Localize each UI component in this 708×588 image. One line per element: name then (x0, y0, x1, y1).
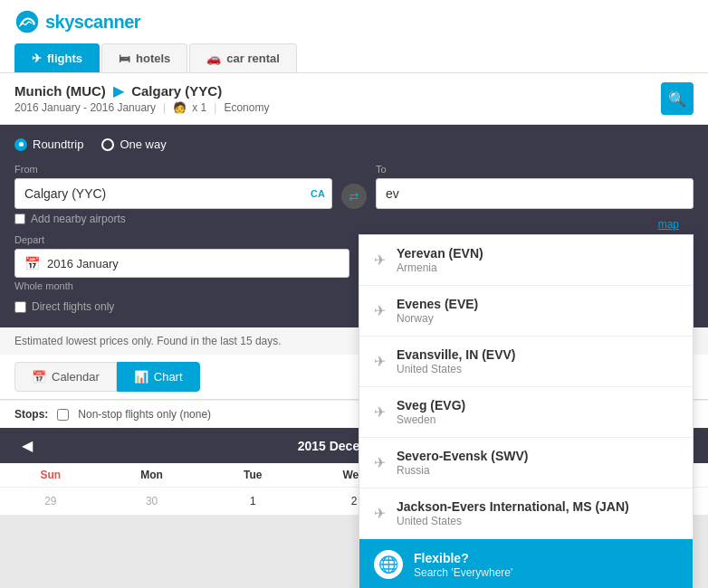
tab-car-rental[interactable]: 🚗 car rental (189, 43, 297, 72)
yerevan-country: Armenia (397, 261, 483, 274)
day-header-mon: Mon (101, 463, 203, 487)
dropdown-item-sveg[interactable]: ✈ Sveg (EVG) Sweden (359, 387, 693, 438)
tab-flights[interactable]: ✈ flights (14, 43, 100, 72)
tab-calendar[interactable]: 📅 Calendar (14, 362, 117, 392)
calendar-icon: 📅 (32, 370, 46, 384)
swap-button[interactable]: ⇄ (341, 184, 367, 209)
dropdown-item-jackson[interactable]: ✈ Jackson-Evers International, MS (JAN) … (359, 488, 693, 539)
svg-point-0 (16, 11, 39, 33)
tab-chart-label: Chart (154, 370, 183, 384)
depart-calendar-icon: 📅 (24, 256, 40, 270)
roundtrip-option[interactable]: Roundtrip (14, 138, 83, 151)
sveg-country: Sweden (397, 413, 465, 426)
direct-flights-checkbox[interactable] (14, 301, 26, 313)
to-input[interactable] (376, 178, 694, 209)
chart-icon: 📊 (134, 370, 148, 384)
cal-cell-30[interactable]: 30 (101, 488, 203, 515)
search-to: Calgary (YYC) (131, 83, 222, 99)
cal-cell-29[interactable]: 29 (0, 488, 101, 515)
header: skyscanner ✈ flights 🛏 hotels 🚗 car rent… (0, 0, 708, 73)
search-button[interactable]: 🔍 (661, 82, 694, 115)
meta-separator: | (163, 101, 166, 114)
depart-label: Depart (14, 234, 349, 245)
flight-icon-evansville: ✈ (374, 353, 386, 370)
tab-calendar-label: Calendar (52, 370, 100, 384)
yerevan-name: Yerevan (EVN) (397, 246, 483, 261)
depart-group: Depart 📅 2016 January Whole month (14, 234, 349, 291)
search-bar: Munich (MUC) ▶ Calgary (YYC) 2016 Januar… (0, 73, 708, 125)
depart-input[interactable]: 📅 2016 January (14, 249, 349, 278)
jackson-country: United States (397, 515, 629, 527)
severo-country: Russia (397, 464, 529, 477)
dropdown-item-evansville[interactable]: ✈ Evansville, IN (EVV) United States (359, 337, 693, 387)
flight-icon-severo: ✈ (374, 454, 386, 471)
oneway-radio[interactable] (101, 138, 114, 151)
route-arrow: ▶ (113, 83, 128, 99)
cal-cell-1[interactable]: 1 (202, 488, 303, 515)
evansville-country: United States (397, 363, 516, 375)
stops-checkbox[interactable] (57, 409, 69, 421)
price-info-text: Estimated lowest prices only. Found in t… (14, 335, 282, 347)
logo: skyscanner (14, 9, 694, 34)
tab-hotels-label: hotels (136, 52, 170, 65)
prev-month-button[interactable]: ◀ (14, 435, 40, 456)
flights-icon: ✈ (32, 52, 42, 65)
tab-car-label: car rental (226, 52, 280, 65)
evenes-name: Evenes (EVE) (397, 297, 478, 311)
dropdown-item-severo[interactable]: ✈ Severo-Evensk (SWV) Russia (359, 438, 693, 488)
origin-dest-row: From CA Add nearby airports ⇄ To map ✈ (14, 164, 694, 225)
person-icon: 🧑 (173, 101, 187, 114)
tab-flights-label: flights (47, 52, 82, 65)
swap-icon: ⇄ (349, 189, 359, 204)
nearby-airports-row: Add nearby airports (14, 213, 332, 225)
sveg-name: Sveg (EVG) (397, 398, 465, 413)
from-suffix: CA (311, 188, 325, 199)
stops-value: Non-stop flights only (none) (78, 408, 211, 421)
search-class: Economy (224, 101, 269, 114)
tab-chart[interactable]: 📊 Chart (117, 362, 200, 392)
globe-icon: 🌐 (374, 550, 403, 579)
car-icon: 🚗 (206, 52, 221, 65)
flight-icon-jackson: ✈ (374, 505, 386, 522)
roundtrip-label: Roundtrip (33, 138, 83, 151)
roundtrip-radio[interactable] (14, 138, 27, 151)
search-route: Munich (MUC) ▶ Calgary (YYC) (14, 83, 269, 100)
meta-separator2: | (214, 101, 216, 114)
search-date-range: 2016 January - 2016 January (14, 101, 156, 114)
flight-icon-sveg: ✈ (374, 403, 386, 421)
flight-icon-yerevan: ✈ (374, 251, 386, 269)
nav-tabs: ✈ flights 🛏 hotels 🚗 car rental (14, 43, 694, 72)
hotels-icon: 🛏 (119, 52, 130, 65)
flexible-title: Flexible? (414, 551, 512, 565)
from-input-wrapper: CA (14, 178, 332, 209)
dropdown-item-flexible[interactable]: 🌐 Flexible? Search 'Everywhere' (359, 539, 693, 588)
from-group: From CA Add nearby airports (14, 164, 332, 225)
dropdown-item-evenes[interactable]: ✈ Evenes (EVE) Norway (359, 286, 693, 337)
tab-hotels[interactable]: 🛏 hotels (101, 43, 187, 72)
nearby-airports-label: Add nearby airports (31, 213, 126, 225)
dropdown-item-yerevan[interactable]: ✈ Yerevan (EVN) Armenia (359, 235, 693, 286)
direct-flights-label: Direct flights only (32, 300, 114, 313)
autocomplete-dropdown: ✈ Yerevan (EVN) Armenia ✈ Evenes (EVE) N… (359, 234, 694, 588)
search-passengers: x 1 (192, 101, 206, 114)
trip-type: Roundtrip One way (14, 138, 694, 151)
map-link[interactable]: map (658, 218, 679, 231)
severo-name: Severo-Evensk (SWV) (397, 449, 529, 463)
from-label: From (14, 164, 332, 175)
oneway-label: One way (120, 138, 166, 151)
oneway-option[interactable]: One way (101, 138, 166, 151)
main-form: Roundtrip One way From CA Add nearby air… (0, 125, 708, 327)
to-input-wrapper (376, 178, 694, 209)
view-tab-group: 📅 Calendar 📊 Chart (14, 362, 200, 392)
logo-icon (14, 9, 40, 34)
evenes-country: Norway (397, 312, 478, 325)
search-from: Munich (MUC) (14, 83, 106, 99)
depart-hint: Whole month (14, 280, 349, 291)
logo-text: skyscanner (45, 12, 140, 33)
search-magnifier-icon: 🔍 (668, 90, 686, 108)
search-meta: 2016 January - 2016 January | 🧑 x 1 | Ec… (14, 101, 269, 114)
from-input[interactable] (14, 178, 332, 209)
nearby-airports-checkbox[interactable] (14, 213, 25, 224)
jackson-name: Jackson-Evers International, MS (JAN) (397, 499, 629, 514)
evansville-name: Evansville, IN (EVV) (397, 347, 516, 362)
